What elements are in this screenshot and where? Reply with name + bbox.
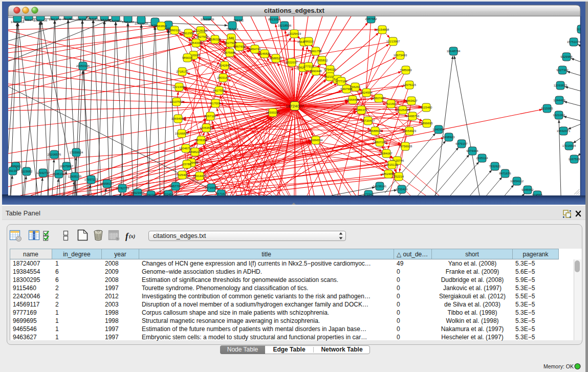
svg-text:13226058: 13226058 [194,29,208,32]
svg-text:9899695: 9899695 [421,122,433,125]
svg-text:12923465: 12923465 [131,191,145,194]
svg-text:12213369: 12213369 [172,85,186,89]
svg-text:989034: 989034 [182,56,193,59]
svg-text:917006: 917006 [210,102,221,105]
svg-text:5698222: 5698222 [189,150,201,154]
svg-text:18724007: 18724007 [286,104,304,108]
svg-text:3624554: 3624554 [360,91,373,94]
svg-text:2867608: 2867608 [233,45,246,48]
svg-text:19654923: 19654923 [403,129,417,133]
svg-text:12975115: 12975115 [403,83,417,86]
svg-text:9527508: 9527508 [224,41,236,45]
svg-text:9245652: 9245652 [521,188,534,191]
svg-text:10719155: 10719155 [135,22,148,25]
svg-text:6479197: 6479197 [455,142,468,145]
svg-text:7386372: 7386372 [355,108,367,112]
svg-text:10973493: 10973493 [394,54,407,57]
svg-text:5322037: 5322037 [286,61,298,64]
svg-text:39139: 39139 [9,169,17,172]
svg-text:9463627: 9463627 [405,99,418,102]
svg-text:17359924: 17359924 [70,151,83,154]
svg-text:9961758: 9961758 [310,50,322,53]
svg-text:9474444: 9474444 [466,149,478,152]
svg-text:16914479: 16914479 [193,174,207,178]
svg-text:1167539: 1167539 [569,158,581,161]
svg-text:1861274: 1861274 [49,18,61,21]
svg-text:20091406: 20091406 [34,19,48,22]
svg-text:1063327: 1063327 [76,18,89,21]
svg-text:12093823: 12093823 [554,84,568,87]
svg-text:12942737: 12942737 [36,171,50,174]
svg-text:9227342: 9227342 [556,69,569,72]
svg-text:16782759: 16782759 [116,187,129,190]
svg-text:2087682: 2087682 [365,17,377,20]
svg-text:1527602: 1527602 [110,19,122,23]
svg-text:18300295: 18300295 [266,111,280,114]
svg-text:1588520: 1588520 [270,57,282,60]
svg-text:62160: 62160 [387,102,396,105]
svg-text:15751074: 15751074 [567,40,581,43]
svg-text:1640954: 1640954 [432,128,445,131]
svg-text:9827503: 9827503 [196,35,208,38]
svg-text:8660124: 8660124 [168,29,181,32]
svg-text:7955812: 7955812 [316,59,328,62]
svg-text:13325419: 13325419 [288,32,301,35]
svg-text:10807487: 10807487 [372,97,386,100]
svg-text:19166829: 19166829 [175,132,189,135]
svg-text:6466160: 6466160 [122,20,134,24]
svg-text:15788: 15788 [183,163,191,166]
svg-text:20975867: 20975867 [60,165,74,168]
svg-text:7857224: 7857224 [226,28,238,31]
svg-text:991350: 991350 [63,17,74,20]
svg-text:12213967: 12213967 [386,40,400,43]
svg-text:citations_edges.txt: citations_edges.txt [264,7,324,14]
svg-text:5938923: 5938923 [443,136,455,139]
svg-text:10688609: 10688609 [368,129,382,133]
svg-text:10958107: 10958107 [100,182,114,185]
svg-text:17957223: 17957223 [84,178,98,181]
svg-text:8454749: 8454749 [249,48,261,51]
svg-text:10654966: 10654966 [171,117,185,120]
svg-text:8912954: 8912954 [182,32,194,35]
svg-text:8813054: 8813054 [268,18,280,21]
svg-text:16648784: 16648784 [447,50,461,53]
svg-text:19692971: 19692971 [557,129,571,133]
svg-text:9777169: 9777169 [335,80,347,83]
svg-text:15716485: 15716485 [205,186,219,189]
svg-text:252214: 252214 [394,175,404,178]
svg-text:12353594: 12353594 [200,126,213,129]
svg-text:10543362: 10543362 [189,41,203,45]
svg-text:2803144: 2803144 [217,76,229,79]
svg-text:16033809: 16033809 [201,18,214,21]
svg-text:8427552: 8427552 [213,89,225,92]
svg-text:9115460: 9115460 [421,106,433,109]
svg-text:996110: 996110 [303,40,314,43]
svg-text:9084067: 9084067 [380,152,393,155]
svg-text:8215955: 8215955 [541,107,553,110]
svg-text:19218506: 19218506 [278,24,292,27]
svg-text:15720407: 15720407 [361,119,375,122]
svg-text:9242848: 9242848 [219,64,231,67]
svg-text:8186328: 8186328 [209,38,221,41]
svg-text:8471676: 8471676 [499,172,511,175]
svg-text:20053346: 20053346 [76,64,90,68]
svg-text:16154808: 16154808 [376,28,389,31]
svg-text:7625402: 7625402 [176,173,188,177]
svg-text:20364436: 20364436 [346,98,360,101]
svg-text:7632621: 7632621 [489,165,501,168]
svg-text:8267110: 8267110 [205,115,217,118]
svg-text:20206576: 20206576 [48,153,61,156]
svg-text:2718170: 2718170 [176,70,188,73]
svg-text:1990448: 1990448 [310,70,322,73]
svg-text:2935114: 2935114 [476,157,489,160]
svg-text:9457791: 9457791 [169,185,182,188]
svg-text:17016504: 17016504 [562,144,576,147]
svg-text:10025458: 10025458 [396,108,410,112]
svg-text:6497568: 6497568 [340,87,353,91]
svg-text:14495756: 14495756 [406,115,420,118]
svg-text:1621064: 1621064 [553,114,565,117]
svg-text:6794028: 6794028 [324,68,336,71]
svg-text:14136141: 14136141 [373,185,387,188]
svg-text:157164: 157164 [216,192,227,195]
svg-text:(x): (x) [129,233,135,239]
